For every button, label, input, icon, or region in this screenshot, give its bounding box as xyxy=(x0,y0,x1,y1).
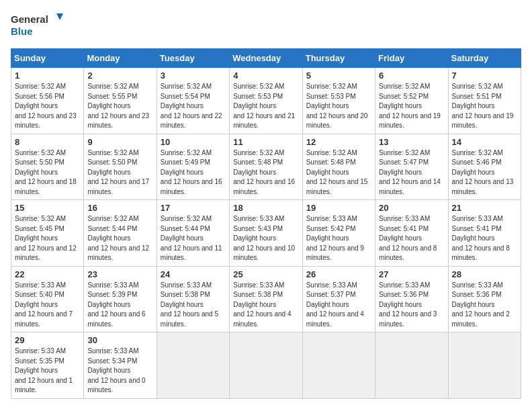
calendar-cell: 7 Sunrise: 5:32 AM Sunset: 5:51 PM Dayli… xyxy=(448,68,521,134)
daylight-label: Daylight hours xyxy=(87,169,130,176)
calendar-cell: 27 Sunrise: 5:33 AM Sunset: 5:36 PM Dayl… xyxy=(375,266,448,332)
day-number: 19 xyxy=(306,203,371,213)
calendar-cell: 25 Sunrise: 5:33 AM Sunset: 5:38 PM Dayl… xyxy=(230,266,302,332)
day-number: 9 xyxy=(87,137,152,147)
calendar-cell: 24 Sunrise: 5:33 AM Sunset: 5:38 PM Dayl… xyxy=(157,266,229,332)
day-info: Sunrise: 5:32 AM Sunset: 5:46 PM Dayligh… xyxy=(452,148,517,197)
day-info: Sunrise: 5:33 AM Sunset: 5:37 PM Dayligh… xyxy=(306,281,371,330)
sunset-label: Sunset: 5:42 PM xyxy=(306,225,356,232)
day-number: 5 xyxy=(306,71,371,81)
col-header-thursday: Thursday xyxy=(302,49,375,68)
sunset-label: Sunset: 5:55 PM xyxy=(87,93,137,100)
day-number: 10 xyxy=(161,137,226,147)
day-number: 11 xyxy=(233,137,298,147)
col-header-wednesday: Wednesday xyxy=(230,49,302,68)
day-number: 6 xyxy=(379,71,444,81)
sunrise-label: Sunrise: 5:32 AM xyxy=(452,83,503,90)
calendar-cell: 29 Sunrise: 5:33 AM Sunset: 5:35 PM Dayl… xyxy=(11,332,84,399)
sunset-label: Sunset: 5:44 PM xyxy=(87,225,137,232)
day-info: Sunrise: 5:32 AM Sunset: 5:56 PM Dayligh… xyxy=(15,82,80,131)
day-number: 23 xyxy=(87,269,152,279)
daylight-value: and 12 hours and 15 minutes. xyxy=(306,178,368,195)
sunrise-label: Sunrise: 5:32 AM xyxy=(87,149,138,156)
sunrise-label: Sunrise: 5:33 AM xyxy=(379,281,430,289)
daylight-value: and 12 hours and 3 minutes. xyxy=(379,310,437,328)
sunset-label: Sunset: 5:53 PM xyxy=(233,93,283,100)
daylight-value: and 12 hours and 23 minutes. xyxy=(15,112,77,130)
sunset-label: Sunset: 5:54 PM xyxy=(161,93,210,100)
sunrise-label: Sunrise: 5:32 AM xyxy=(15,83,66,90)
sunset-label: Sunset: 5:48 PM xyxy=(233,158,283,166)
sunset-label: Sunset: 5:36 PM xyxy=(379,291,429,298)
daylight-label: Daylight hours xyxy=(233,301,276,308)
sunset-label: Sunset: 5:48 PM xyxy=(306,158,356,166)
day-info: Sunrise: 5:32 AM Sunset: 5:50 PM Dayligh… xyxy=(87,148,152,197)
day-number: 12 xyxy=(306,137,371,147)
day-number: 20 xyxy=(379,203,444,213)
sunrise-label: Sunrise: 5:32 AM xyxy=(161,83,212,90)
day-info: Sunrise: 5:32 AM Sunset: 5:50 PM Dayligh… xyxy=(15,148,80,197)
sunset-label: Sunset: 5:52 PM xyxy=(379,93,429,100)
day-number: 22 xyxy=(15,269,80,279)
sunset-label: Sunset: 5:40 PM xyxy=(15,291,64,298)
day-number: 15 xyxy=(15,203,80,213)
day-number: 4 xyxy=(233,71,298,81)
sunrise-label: Sunrise: 5:33 AM xyxy=(161,281,212,289)
daylight-value: and 12 hours and 17 minutes. xyxy=(87,178,149,195)
calendar-cell: 21 Sunrise: 5:33 AM Sunset: 5:41 PM Dayl… xyxy=(448,200,521,267)
day-info: Sunrise: 5:32 AM Sunset: 5:44 PM Dayligh… xyxy=(87,214,152,263)
day-number: 21 xyxy=(452,203,517,213)
day-info: Sunrise: 5:32 AM Sunset: 5:48 PM Dayligh… xyxy=(306,148,371,197)
day-number: 27 xyxy=(379,269,444,279)
daylight-label: Daylight hours xyxy=(15,169,58,176)
sunrise-label: Sunrise: 5:33 AM xyxy=(233,281,284,289)
day-number: 8 xyxy=(15,137,80,147)
daylight-label: Daylight hours xyxy=(452,102,495,109)
sunrise-label: Sunrise: 5:32 AM xyxy=(161,215,212,222)
col-header-sunday: Sunday xyxy=(11,49,84,68)
day-info: Sunrise: 5:33 AM Sunset: 5:36 PM Dayligh… xyxy=(379,281,444,330)
daylight-value: and 12 hours and 10 minutes. xyxy=(233,244,295,262)
sunset-label: Sunset: 5:34 PM xyxy=(87,357,137,365)
daylight-label: Daylight hours xyxy=(452,301,495,308)
day-info: Sunrise: 5:33 AM Sunset: 5:43 PM Dayligh… xyxy=(233,214,298,263)
day-info: Sunrise: 5:33 AM Sunset: 5:34 PM Dayligh… xyxy=(87,347,152,396)
daylight-label: Daylight hours xyxy=(161,234,204,242)
daylight-value: and 12 hours and 19 minutes. xyxy=(452,112,514,130)
logo-svg: General Blue xyxy=(11,11,64,40)
sunset-label: Sunset: 5:56 PM xyxy=(15,93,64,100)
day-number: 2 xyxy=(87,71,152,81)
calendar-cell xyxy=(375,332,448,399)
week-row-3: 15 Sunrise: 5:32 AM Sunset: 5:45 PM Dayl… xyxy=(11,200,521,267)
calendar-cell xyxy=(157,332,229,399)
calendar-cell: 2 Sunrise: 5:32 AM Sunset: 5:55 PM Dayli… xyxy=(84,68,157,134)
week-row-2: 8 Sunrise: 5:32 AM Sunset: 5:50 PM Dayli… xyxy=(11,134,521,200)
daylight-label: Daylight hours xyxy=(306,102,349,109)
daylight-value: and 12 hours and 21 minutes. xyxy=(233,112,295,130)
week-row-1: 1 Sunrise: 5:32 AM Sunset: 5:56 PM Dayli… xyxy=(11,68,521,134)
page-header: General Blue xyxy=(11,11,521,40)
sunset-label: Sunset: 5:49 PM xyxy=(161,158,210,166)
logo: General Blue xyxy=(11,11,64,40)
sunrise-label: Sunrise: 5:32 AM xyxy=(306,149,357,156)
calendar-cell: 13 Sunrise: 5:32 AM Sunset: 5:47 PM Dayl… xyxy=(375,134,448,200)
day-info: Sunrise: 5:32 AM Sunset: 5:54 PM Dayligh… xyxy=(161,82,226,131)
calendar-cell: 12 Sunrise: 5:32 AM Sunset: 5:48 PM Dayl… xyxy=(302,134,375,200)
sunset-label: Sunset: 5:53 PM xyxy=(306,93,356,100)
sunset-label: Sunset: 5:44 PM xyxy=(161,225,210,232)
calendar-cell: 4 Sunrise: 5:32 AM Sunset: 5:53 PM Dayli… xyxy=(230,68,302,134)
daylight-value: and 12 hours and 1 minute. xyxy=(15,377,73,394)
day-number: 16 xyxy=(87,203,152,213)
calendar-cell: 1 Sunrise: 5:32 AM Sunset: 5:56 PM Dayli… xyxy=(11,68,84,134)
sunset-label: Sunset: 5:41 PM xyxy=(452,225,502,232)
daylight-value: and 12 hours and 8 minutes. xyxy=(452,244,510,262)
sunrise-label: Sunrise: 5:33 AM xyxy=(233,215,284,222)
sunset-label: Sunset: 5:43 PM xyxy=(233,225,283,232)
sunrise-label: Sunrise: 5:33 AM xyxy=(306,215,357,222)
daylight-value: and 12 hours and 22 minutes. xyxy=(161,112,222,130)
sunrise-label: Sunrise: 5:32 AM xyxy=(87,83,138,90)
daylight-label: Daylight hours xyxy=(306,301,349,308)
calendar-table: SundayMondayTuesdayWednesdayThursdayFrid… xyxy=(11,48,521,399)
daylight-value: and 12 hours and 16 minutes. xyxy=(161,178,222,195)
col-header-tuesday: Tuesday xyxy=(157,49,229,68)
